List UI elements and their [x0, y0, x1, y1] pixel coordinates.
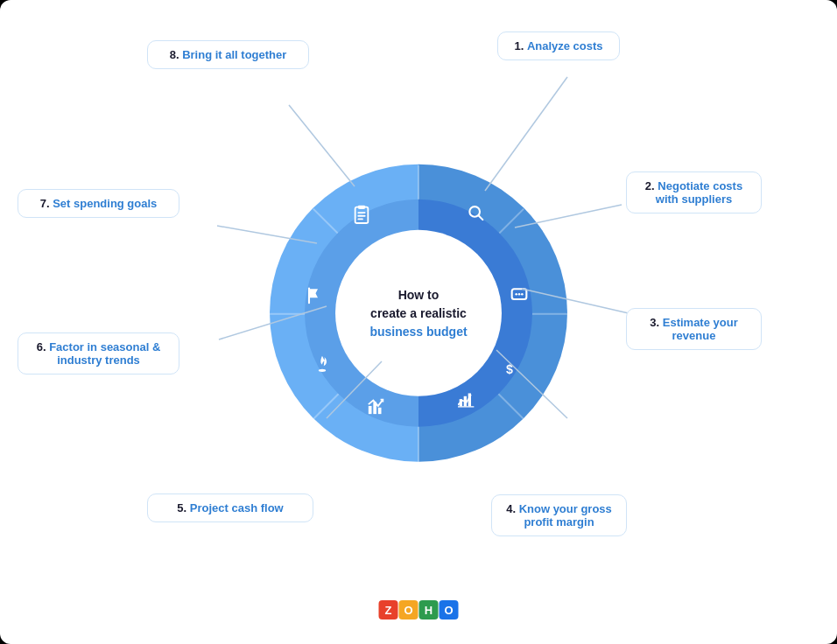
icon-flag: [298, 280, 329, 312]
center-circle: How tocreate a realisticbusiness budget: [335, 230, 502, 396]
zoho-z: Z: [379, 600, 398, 620]
zoho-h: H: [419, 600, 439, 620]
zoho-o1: O: [399, 600, 418, 620]
icon-search: [460, 197, 491, 228]
svg-point-11: [515, 293, 517, 296]
label-3: 3. Estimate your revenue: [626, 308, 762, 350]
svg-rect-25: [358, 206, 364, 209]
icon-bar-chart: [451, 385, 482, 416]
svg-point-13: [521, 293, 524, 296]
svg-line-9: [479, 216, 483, 220]
svg-point-22: [319, 369, 326, 372]
label-2: 2. Negotiate costs with suppliers: [626, 172, 762, 214]
icon-chat: [503, 280, 535, 312]
label-6: 6. Factor in seasonal & industry trends: [18, 332, 179, 374]
label-4: 4. Know your gross profit margin: [491, 494, 627, 536]
svg-rect-21: [378, 408, 382, 414]
center-title: How tocreate a realisticbusiness budget: [369, 285, 467, 340]
label-8: 8. Bring it all together: [147, 40, 309, 69]
label-5: 5. Project cash flow: [147, 494, 313, 522]
zoho-o2: O: [440, 600, 459, 620]
icon-checklist: [346, 200, 377, 231]
icon-dollar: $: [495, 354, 526, 386]
main-canvas: How tocreate a realisticbusiness budget …: [0, 0, 837, 644]
icon-trend-chart: [361, 392, 392, 424]
label-7: 7. Set spending goals: [18, 189, 179, 218]
svg-point-12: [518, 293, 521, 296]
label-1: 1. Analyze costs: [497, 32, 620, 60]
svg-text:$: $: [506, 362, 513, 376]
icon-fire: [306, 348, 338, 380]
diagram: How tocreate a realisticbusiness budget …: [270, 164, 567, 462]
svg-rect-19: [369, 406, 372, 414]
zoho-logo: Z O H O: [379, 600, 459, 620]
